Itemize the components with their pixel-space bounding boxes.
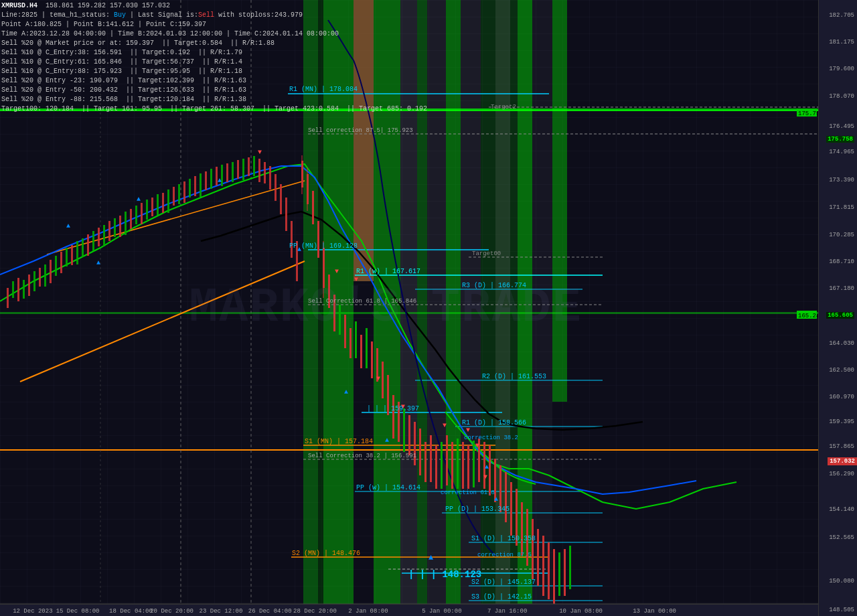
svg-rect-50 — [264, 162, 266, 183]
arrow-sell-6: ▼ — [443, 422, 447, 429]
svg-rect-109 — [564, 549, 566, 596]
svg-rect-7 — [33, 271, 35, 291]
label-r1-d: R1 (D) | 158.566 — [462, 419, 526, 427]
svg-rect-101 — [521, 502, 523, 556]
svg-rect-26 — [135, 206, 137, 224]
label-pp-w: PP (w) | 154.614 — [356, 484, 420, 491]
label-sell-corr-382: Sell Correction 38.2 | 156.591 — [308, 453, 416, 459]
label-148-123: | | | 148.123 — [408, 569, 481, 580]
label-corr-618: correction 61.8 — [441, 489, 495, 496]
svg-rect-98 — [505, 472, 507, 522]
arrow-buy-7: ▲ — [385, 437, 389, 444]
time-28dec: 28 Dec 20:00 — [293, 608, 337, 615]
svg-rect-51 — [269, 166, 271, 189]
svg-rect-73 — [371, 341, 373, 378]
svg-rect-3 — [12, 281, 14, 298]
arrow-buy-10: ▲ — [428, 553, 434, 562]
svg-rect-2 — [7, 288, 9, 308]
svg-rect-55 — [291, 221, 293, 258]
price-171815: 171.815 — [829, 204, 854, 211]
price-176495: 176.495 — [829, 123, 854, 130]
price-156290: 156.290 — [829, 471, 854, 477]
svg-rect-84 — [430, 435, 432, 482]
label-r2-d: R2 (D) | 161.553 — [482, 373, 546, 380]
svg-rect-14 — [71, 245, 73, 265]
time-23dec: 23 Dec 12:00 — [200, 608, 243, 615]
label-s3-d: S3 (D) | 142.15 — [471, 593, 532, 601]
svg-rect-95 — [489, 445, 491, 495]
svg-rect-104 — [537, 529, 539, 586]
svg-rect-19 — [98, 228, 100, 246]
svg-rect-30 — [157, 194, 159, 216]
label-159-397: | | | 159.397 — [367, 405, 419, 412]
svg-rect-85 — [435, 445, 437, 489]
svg-rect-49 — [258, 159, 260, 182]
svg-rect-13 — [66, 248, 68, 266]
session-band-9 — [446, 0, 461, 604]
price-173390: 173.390 — [829, 177, 854, 183]
arrow-buy-3: ▲ — [137, 196, 141, 203]
arrow-buy-1: ▲ — [96, 259, 100, 266]
arrow-buy-4: ▲ — [218, 177, 222, 184]
svg-rect-47 — [248, 157, 250, 176]
arrow-sell-4: ▼ — [376, 375, 380, 382]
price-181175: 181.175 — [829, 39, 854, 46]
svg-rect-86 — [441, 442, 443, 489]
label-r1-w: R1 (w) | 167.617 — [356, 268, 420, 275]
time-axis: 12 Dec 2023 15 Dec 08:00 18 Dec 04:00 20… — [0, 604, 818, 616]
svg-rect-92 — [473, 441, 475, 487]
price-175758: 175.758 — [826, 136, 854, 143]
svg-rect-90 — [462, 442, 464, 489]
svg-rect-10 — [50, 260, 52, 283]
svg-rect-37 — [194, 176, 196, 196]
svg-rect-68 — [344, 315, 346, 348]
svg-rect-62 — [317, 221, 319, 258]
svg-rect-39 — [205, 171, 207, 190]
svg-rect-43 — [226, 163, 228, 182]
session-band-8 — [427, 0, 446, 604]
current-price-display: 157.032 — [828, 457, 857, 465]
price-179600: 179.600 — [829, 66, 854, 72]
arrow-buy-9: ▲ — [494, 495, 498, 503]
svg-rect-103 — [532, 519, 534, 579]
session-band-4 — [354, 0, 374, 281]
price-160970: 160.970 — [829, 394, 854, 400]
label-r3-d: R3 (D) | 166.774 — [462, 282, 526, 289]
svg-rect-8 — [39, 268, 41, 287]
price-174965: 174.965 — [829, 149, 854, 155]
svg-rect-53 — [280, 184, 282, 214]
svg-rect-82 — [419, 429, 421, 475]
svg-rect-46 — [242, 159, 244, 180]
label-pp-mn: PP (MN) | 169.128 — [289, 242, 358, 250]
svg-rect-80 — [408, 415, 410, 455]
svg-rect-15 — [76, 241, 78, 264]
label-sell-corr-618: Sell Correction 61.8 | 165.846 — [308, 298, 416, 305]
svg-rect-23 — [119, 216, 121, 237]
svg-rect-71 — [360, 335, 362, 368]
svg-rect-16 — [82, 238, 84, 257]
svg-rect-52 — [275, 174, 277, 201]
svg-rect-6 — [28, 275, 30, 296]
price-170285: 170.285 — [829, 232, 854, 238]
time-10jan: 10 Jan 08:00 — [559, 608, 603, 615]
svg-rect-24 — [125, 212, 127, 235]
time-15dec: 15 Dec 08:00 — [56, 608, 100, 615]
target-zone-mid — [0, 312, 818, 314]
time-26dec: 26 Dec 04:00 — [248, 608, 292, 615]
svg-rect-61 — [312, 191, 314, 224]
session-band-13 — [532, 0, 552, 604]
session-band-10 — [461, 0, 481, 604]
svg-rect-106 — [548, 542, 550, 599]
arrow-sell-3: ▼ — [354, 276, 358, 283]
svg-rect-20 — [103, 225, 105, 246]
label-s1-d: S1 (D) | 150.358 — [471, 535, 536, 542]
arrow-sell-9: ▼ — [483, 473, 487, 481]
svg-rect-21 — [108, 221, 110, 241]
time-2jan: 2 Jan 08:00 — [348, 608, 388, 615]
svg-rect-36 — [189, 179, 191, 198]
price-scale: 182.705 181.175 179.600 178.070 176.495 … — [818, 0, 857, 616]
time-18dec: 18 Dec 04:00 — [109, 608, 153, 615]
svg-rect-12 — [60, 252, 62, 273]
session-band-14 — [552, 0, 567, 402]
price-165605: 165.605 — [826, 312, 854, 319]
